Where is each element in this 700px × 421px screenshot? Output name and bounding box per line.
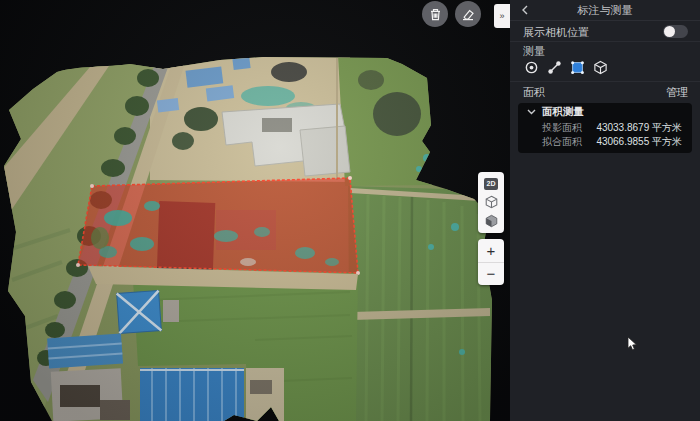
eraser-button[interactable] [455, 1, 481, 27]
map-viewport[interactable]: » 2D + [0, 0, 510, 421]
toggle-knob [664, 26, 675, 37]
delete-annotation-button[interactable] [422, 1, 448, 27]
fitted-area-value: 43066.9855 平方米 [596, 135, 682, 149]
back-button[interactable] [518, 3, 532, 17]
manage-button[interactable]: 管理 [666, 85, 688, 100]
measure-tools [523, 59, 608, 75]
area-measurement-card-header[interactable]: 面积测量 [518, 103, 692, 121]
cube-outline-icon [485, 195, 498, 209]
camera-position-label: 展示相机位置 [523, 25, 589, 40]
projected-area-label: 投影面积 [542, 121, 582, 135]
camera-position-toggle[interactable] [663, 25, 688, 38]
measure-tool-point[interactable] [523, 59, 539, 75]
zoom-control-panel: + − [478, 239, 504, 285]
area-measurement-card: 面积测量 投影面积 43033.8679 平方米 拟合面积 43066.9855… [518, 103, 692, 153]
card-title: 面积测量 [542, 105, 584, 119]
fitted-area-label: 拟合面积 [542, 135, 582, 149]
zoom-out-button[interactable]: − [478, 263, 504, 286]
measure-tool-distance[interactable] [546, 59, 562, 75]
measure-tool-volume[interactable] [592, 59, 608, 75]
chevron-down-icon [527, 109, 536, 115]
panel-header: 标注与测量 [510, 0, 700, 21]
view-2d-button[interactable]: 2D [482, 176, 500, 193]
view-mode-panel: 2D [478, 172, 504, 233]
volume-measure-icon [593, 60, 608, 75]
area-measure-icon [570, 60, 585, 75]
divider [510, 81, 700, 82]
divider [510, 41, 700, 42]
point-measure-icon [524, 60, 539, 75]
map-imagery [0, 50, 510, 421]
camera-position-row: 展示相机位置 [510, 21, 700, 41]
2d-badge-icon: 2D [484, 178, 498, 190]
app-window: » 2D + [0, 0, 700, 421]
area-section-header: 面积 管理 [510, 85, 700, 100]
fitted-area-row: 拟合面积 43066.9855 平方米 [518, 135, 692, 149]
cube-solid-icon [485, 214, 498, 228]
panel-title: 标注与测量 [510, 0, 700, 21]
view-model-button[interactable] [482, 212, 500, 229]
mouse-cursor [627, 336, 639, 352]
blue-building [117, 291, 162, 334]
measure-tool-area[interactable] [569, 59, 585, 75]
annotation-measure-panel: 标注与测量 展示相机位置 测量 [510, 0, 700, 421]
distance-measure-icon [547, 60, 562, 75]
zoom-in-button[interactable]: + [478, 239, 504, 263]
trash-icon [429, 8, 442, 21]
eraser-icon [461, 8, 475, 21]
projected-area-value: 43033.8679 平方米 [596, 121, 682, 135]
panel-collapse-tab[interactable]: » [494, 4, 510, 28]
projected-area-row: 投影面积 43033.8679 平方米 [518, 121, 692, 135]
view-mesh-button[interactable] [482, 194, 500, 211]
chevron-left-icon [522, 5, 528, 15]
area-section-label: 面积 [523, 85, 545, 100]
warehouse-building [140, 368, 244, 421]
orthomosaic-map[interactable] [0, 0, 510, 421]
measure-section-label: 测量 [523, 44, 545, 59]
